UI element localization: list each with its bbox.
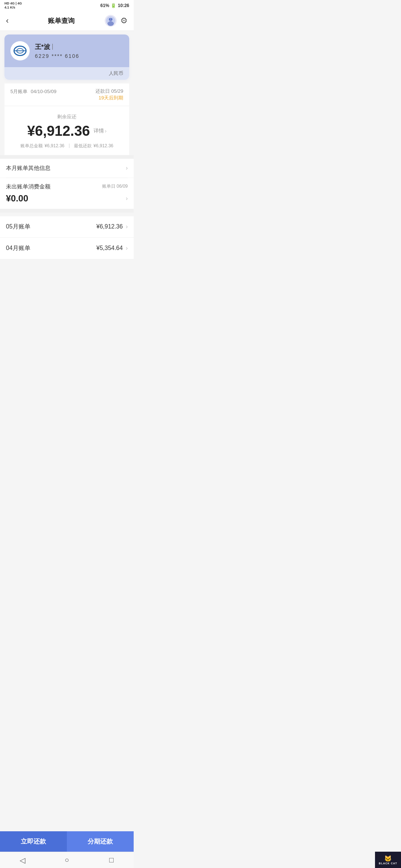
apr-bill-label: 04月账单: [6, 244, 30, 252]
other-info-right: ›: [126, 165, 128, 171]
apr-bill-amount: ¥5,354.64: [96, 245, 123, 251]
bill-period-range: 04/10-05/09: [31, 89, 56, 94]
sub-min-label: 最低还款 ¥6,912.36: [74, 143, 114, 149]
other-info-label: 本月账单其他信息: [6, 165, 50, 172]
battery-icon: 🔋: [111, 3, 116, 8]
svg-point-1: [109, 18, 112, 21]
bill-period-label: 5月账单: [10, 89, 27, 94]
amount-label: 剩余应还: [10, 114, 123, 120]
bill-info-row: 5月账单 04/10-05/09 还款日 05/29 19天后到期: [4, 83, 129, 106]
card-info: 王*波 6229 **** 6106: [35, 43, 123, 59]
unpaid-amount: ¥0.00: [6, 193, 28, 204]
name-divider: [52, 44, 53, 50]
gray-gap-1: [0, 155, 134, 159]
svg-point-3: [109, 18, 110, 19]
status-bar: HD 4G | 4G 4.1 K/s 61% 🔋 10:26: [0, 0, 134, 11]
unpaid-header: 未出账单消费金额 账单日 06/09: [6, 183, 128, 190]
may-bill-amount: ¥6,912.36: [96, 223, 123, 230]
sub-total-label: 账单总金额 ¥6,912.36: [20, 143, 65, 149]
svg-point-4: [111, 18, 113, 19]
monthly-bill-may[interactable]: 05月账单 ¥6,912.36 ›: [0, 216, 134, 238]
monthly-bill-apr[interactable]: 04月账单 ¥5,354.64 ›: [0, 238, 134, 259]
may-bill-right: ¥6,912.36 ›: [96, 223, 128, 230]
bottom-spacer: [0, 259, 134, 296]
card-currency: 人民币: [4, 67, 129, 80]
battery-level: 61%: [100, 3, 109, 8]
bill-due: 还款日 05/29 19天后到期: [95, 88, 123, 101]
status-left: HD 4G | 4G 4.1 K/s: [4, 1, 22, 10]
unpaid-section: 未出账单消费金额 账单日 06/09 ¥0.00 ›: [0, 178, 134, 209]
bank-logo: [10, 41, 30, 60]
remaining-amount: ¥6,912.36: [27, 123, 90, 139]
speed-info: 4.1 K/s: [4, 6, 22, 10]
unpaid-item[interactable]: 未出账单消费金额 账单日 06/09 ¥0.00 ›: [0, 178, 134, 209]
svg-point-2: [107, 21, 114, 26]
bank-card-section: 王*波 6229 **** 6106 人民币: [4, 34, 129, 80]
amount-row: ¥6,912.36 详情 ›: [10, 123, 123, 139]
unpaid-amount-row: ¥0.00 ›: [6, 193, 128, 204]
page-title: 账单查询: [48, 16, 75, 25]
clock: 10:26: [118, 3, 129, 8]
detail-link[interactable]: 详情 ›: [94, 128, 107, 134]
bill-period: 5月账单 04/10-05/09: [10, 88, 56, 95]
apr-bill-chevron: ›: [126, 245, 128, 251]
settings-icon: ⚙: [120, 16, 128, 25]
monthly-bills-section: 05月账单 ¥6,912.36 › 04月账单 ¥5,354.64 ›: [0, 216, 134, 259]
settings-button[interactable]: ⚙: [120, 16, 128, 26]
may-bill-chevron: ›: [126, 223, 128, 230]
amount-sub-info: 账单总金额 ¥6,912.36 最低还款 ¥6,912.36: [10, 143, 123, 149]
back-icon: ‹: [6, 16, 9, 25]
unpaid-title: 未出账单消费金额: [6, 183, 50, 190]
bill-due-days: 19天后到期: [95, 95, 123, 101]
card-holder-name: 王*波: [35, 43, 123, 51]
may-bill-label: 05月账单: [6, 223, 30, 231]
nav-right-actions: ⚙: [105, 15, 128, 27]
detail-label: 详情: [94, 128, 104, 134]
other-info-section: 本月账单其他信息 ›: [0, 159, 134, 178]
bill-due-date: 还款日 05/29: [95, 88, 123, 95]
other-info-item[interactable]: 本月账单其他信息 ›: [0, 159, 134, 178]
status-right: 61% 🔋 10:26: [100, 3, 129, 8]
gray-gap-2: [0, 209, 134, 213]
card-top: 王*波 6229 **** 6106: [4, 34, 129, 67]
avatar-button[interactable]: [105, 15, 117, 27]
network-info: HD 4G | 4G: [4, 1, 22, 6]
detail-chevron: ›: [105, 128, 107, 134]
back-button[interactable]: ‹: [6, 16, 18, 26]
unpaid-date: 账单日 06/09: [102, 183, 128, 190]
unpaid-chevron: ›: [126, 195, 128, 202]
amount-section: 剩余应还 ¥6,912.36 详情 › 账单总金额 ¥6,912.36 最低还款…: [4, 106, 129, 155]
card-number: 6229 **** 6106: [35, 53, 123, 59]
other-info-chevron: ›: [126, 165, 128, 171]
apr-bill-right: ¥5,354.64 ›: [96, 245, 128, 251]
nav-header: ‹ 账单查询 ⚙: [0, 11, 134, 31]
sub-divider: [69, 144, 69, 148]
